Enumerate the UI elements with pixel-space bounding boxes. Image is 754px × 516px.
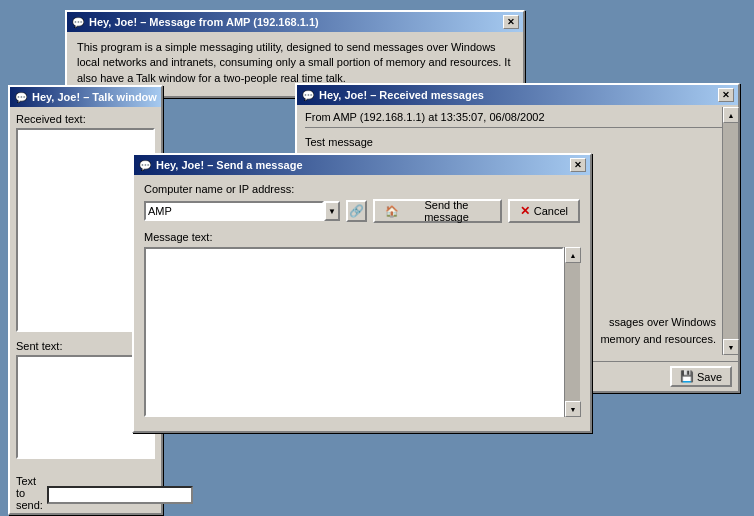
message-textarea[interactable] [144,247,564,417]
talk-titlebar: 💬 Hey, Joe! – Talk window [10,87,161,107]
save-button[interactable]: 💾 Save [670,366,732,387]
scroll-down-arrow[interactable]: ▼ [723,339,739,355]
amp-message-icon: 💬 [71,15,85,29]
computer-label: Computer name or IP address: [144,183,580,195]
send-dialog-titlebar: 💬 Hey, Joe! – Send a message ✕ [134,155,590,175]
cancel-label: Cancel [534,205,568,217]
send-dialog-title: Hey, Joe! – Send a message [156,159,566,171]
msg-scroll-down-icon: ▼ [570,406,577,413]
computer-label-row: Computer name or IP address: [144,183,580,195]
message-scrollbar: ▲ ▼ [564,247,580,417]
send-dialog-content: Computer name or IP address: ▼ 🔗 🏠 Send … [134,175,590,425]
close-icon: ✕ [507,17,515,27]
resolve-button[interactable]: 🔗 [346,200,367,222]
scrollbar-track[interactable] [723,123,738,339]
message-label: Message text: [144,231,580,243]
send-dialog-icon: 💬 [138,158,152,172]
msg-scroll-up-icon: ▲ [570,252,577,259]
amp-message-close-button[interactable]: ✕ [503,15,519,29]
received-title: Hey, Joe! – Received messages [319,89,714,101]
cancel-icon: ✕ [520,204,530,218]
amp-message-text: This program is a simple messaging utili… [77,41,510,84]
scroll-down-icon: ▼ [728,344,735,351]
message-textarea-wrapper: ▲ ▼ [144,247,580,417]
received-text-label: Received text: [16,113,155,125]
talk-title: Hey, Joe! – Talk window [32,91,157,103]
received-titlebar: 💬 Hey, Joe! – Received messages ✕ [297,85,738,105]
received-message: Test message [305,132,730,152]
computer-name-input[interactable] [144,201,324,221]
amp-message-titlebar: 💬 Hey, Joe! – Message from AMP (192.168.… [67,12,523,32]
received-from: From AMP (192.168.1.1) at 13:35:07, 06/0… [305,111,730,128]
combo-arrow-icon: ▼ [328,207,336,216]
msg-scroll-track[interactable] [565,263,580,401]
combo-container: ▼ [144,201,340,221]
close-icon: ✕ [574,160,582,170]
save-label: Save [697,371,722,383]
text-to-send-row: Text to send: [10,473,161,516]
text-to-send-input[interactable] [47,486,193,504]
received-icon: 💬 [301,88,315,102]
send-message-button[interactable]: 🏠 Send the message [373,199,502,223]
save-icon: 💾 [680,370,694,383]
msg-scroll-down[interactable]: ▼ [565,401,581,417]
scroll-up-arrow[interactable]: ▲ [723,107,739,123]
talk-icon: 💬 [14,90,28,104]
close-icon: ✕ [722,90,730,100]
amp-message-title: Hey, Joe! – Message from AMP (192.168.1.… [89,16,499,28]
send-label: Send the message [403,199,490,223]
message-label-row: Message text: [144,231,580,243]
received-scrollbar: ▲ ▼ [722,107,738,355]
overflow-text: ssages over Windows memory and resources… [600,314,716,347]
msg-scroll-up[interactable]: ▲ [565,247,581,263]
send-house-icon: 🏠 [385,205,399,218]
send-dialog-close-button[interactable]: ✕ [570,158,586,172]
combo-dropdown-button[interactable]: ▼ [324,201,340,221]
scroll-up-icon: ▲ [728,112,735,119]
resolve-icon: 🔗 [349,204,364,218]
cancel-button[interactable]: ✕ Cancel [508,199,580,223]
text-to-send-label: Text to send: [16,475,43,511]
computer-input-row: ▼ 🔗 🏠 Send the message ✕ Cancel [144,199,580,223]
send-dialog: 💬 Hey, Joe! – Send a message ✕ Computer … [132,153,592,433]
received-close-button[interactable]: ✕ [718,88,734,102]
